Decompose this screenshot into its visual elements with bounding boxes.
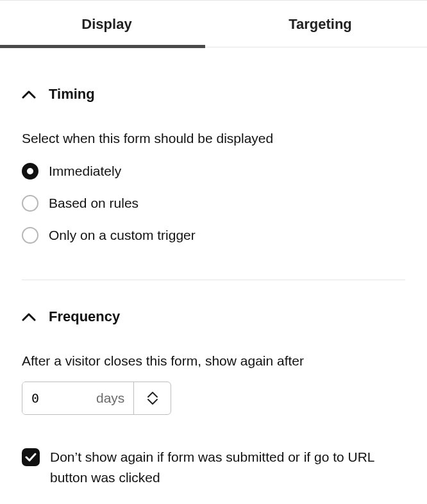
radio-button-icon <box>22 163 38 180</box>
radio-button-icon <box>22 227 38 244</box>
dont-show-again-checkbox[interactable] <box>22 448 40 466</box>
tab-targeting[interactable]: Targeting <box>214 1 427 47</box>
check-icon <box>25 453 37 462</box>
chevron-up-icon <box>147 391 158 398</box>
chevron-down-icon <box>147 398 158 405</box>
chevron-up-icon <box>22 90 36 99</box>
tab-display[interactable]: Display <box>0 1 214 47</box>
radio-custom-trigger[interactable]: Only on a custom trigger <box>22 227 405 244</box>
section-header-frequency[interactable]: Frequency <box>22 308 405 325</box>
active-tab-underline <box>0 45 205 48</box>
dont-show-again-label: Don’t show again if form was submitted o… <box>50 447 405 487</box>
radio-button-icon <box>22 195 38 212</box>
timing-radio-group: Immediately Based on rules Only on a cus… <box>22 163 405 244</box>
frequency-number-field: days <box>22 382 171 415</box>
chevron-up-icon <box>22 312 36 321</box>
timing-description: Select when this form should be displaye… <box>22 131 405 146</box>
frequency-stepper[interactable] <box>133 382 171 414</box>
section-title-frequency: Frequency <box>49 308 120 325</box>
tabs-bar: Display Targeting <box>0 0 427 47</box>
radio-based-on-rules[interactable]: Based on rules <box>22 195 405 212</box>
section-title-timing: Timing <box>49 86 95 103</box>
radio-label: Based on rules <box>49 196 138 211</box>
section-header-timing[interactable]: Timing <box>22 86 405 103</box>
section-divider <box>22 280 405 280</box>
radio-label: Immediately <box>49 164 121 179</box>
frequency-value-input[interactable] <box>22 382 96 414</box>
radio-label: Only on a custom trigger <box>49 228 196 243</box>
frequency-unit-label: days <box>96 382 133 414</box>
dont-show-again-row: Don’t show again if form was submitted o… <box>22 447 405 487</box>
frequency-description: After a visitor closes this form, show a… <box>22 353 405 369</box>
radio-immediately[interactable]: Immediately <box>22 163 405 180</box>
